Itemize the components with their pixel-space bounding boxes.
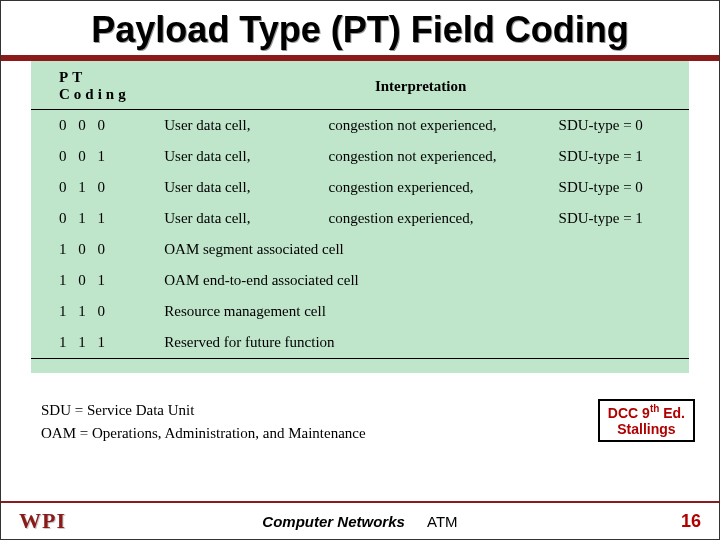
- table-row: 0 1 0 User data cell, congestion experie…: [31, 172, 689, 203]
- table-container: PT Coding Interpretation 0 0 0 User data…: [1, 61, 719, 373]
- cell-text: User data cell,: [152, 172, 316, 203]
- table-row: 1 1 0 Resource management cell: [31, 296, 689, 327]
- cell-text: Resource management cell: [152, 296, 689, 327]
- lecture-topic: ATM: [427, 513, 458, 530]
- footer-center: Computer Networks ATM: [262, 513, 457, 530]
- cell-text: User data cell,: [152, 110, 316, 142]
- source-sup: th: [650, 403, 659, 414]
- table-row: 1 1 1 Reserved for future function: [31, 327, 689, 359]
- source-text: DCC 9: [608, 405, 650, 421]
- course-name: Computer Networks: [262, 513, 405, 530]
- legend-sdu: SDU = Service Data Unit: [41, 399, 679, 422]
- cell-text: SDU-type = 1: [547, 141, 689, 172]
- cell-code: 0 0 0: [31, 110, 152, 142]
- source-author: Stallings: [617, 421, 675, 437]
- col-header-code: PT Coding: [31, 61, 152, 110]
- cell-text: congestion experienced,: [317, 172, 547, 203]
- cell-text: congestion not experienced,: [317, 141, 547, 172]
- cell-text: congestion experienced,: [317, 203, 547, 234]
- table-row: 0 0 0 User data cell, congestion not exp…: [31, 110, 689, 142]
- table-row: 0 0 1 User data cell, congestion not exp…: [31, 141, 689, 172]
- cell-code: 1 0 0: [31, 234, 152, 265]
- cell-text: User data cell,: [152, 141, 316, 172]
- title-bar: Payload Type (PT) Field Coding: [1, 1, 719, 61]
- cell-code: 0 1 1: [31, 203, 152, 234]
- cell-code: 1 1 0: [31, 296, 152, 327]
- pt-coding-table: PT Coding Interpretation 0 0 0 User data…: [31, 61, 689, 373]
- source-citation: DCC 9th Ed. Stallings: [598, 399, 695, 442]
- page-number: 16: [681, 511, 701, 532]
- table-divider: [31, 359, 689, 374]
- cell-text: congestion not experienced,: [317, 110, 547, 142]
- table-row: 1 0 0 OAM segment associated cell: [31, 234, 689, 265]
- cell-code: 1 0 1: [31, 265, 152, 296]
- cell-text: SDU-type = 0: [547, 172, 689, 203]
- cell-text: SDU-type = 0: [547, 110, 689, 142]
- table-row: 0 1 1 User data cell, congestion experie…: [31, 203, 689, 234]
- cell-text: SDU-type = 1: [547, 203, 689, 234]
- legend-oam: OAM = Operations, Administration, and Ma…: [41, 422, 679, 445]
- wpi-logo: WPI: [19, 508, 66, 534]
- col-header-interp: Interpretation: [152, 61, 689, 110]
- cell-text: User data cell,: [152, 203, 316, 234]
- cell-text: Reserved for future function: [152, 327, 689, 359]
- footer: WPI Computer Networks ATM 16: [1, 501, 719, 539]
- cell-text: OAM end-to-end associated cell: [152, 265, 689, 296]
- cell-text: OAM segment associated cell: [152, 234, 689, 265]
- cell-code: 0 1 0: [31, 172, 152, 203]
- cell-code: 1 1 1: [31, 327, 152, 359]
- source-text: Ed.: [659, 405, 685, 421]
- table-row: 1 0 1 OAM end-to-end associated cell: [31, 265, 689, 296]
- page-title: Payload Type (PT) Field Coding: [13, 9, 707, 51]
- cell-code: 0 0 1: [31, 141, 152, 172]
